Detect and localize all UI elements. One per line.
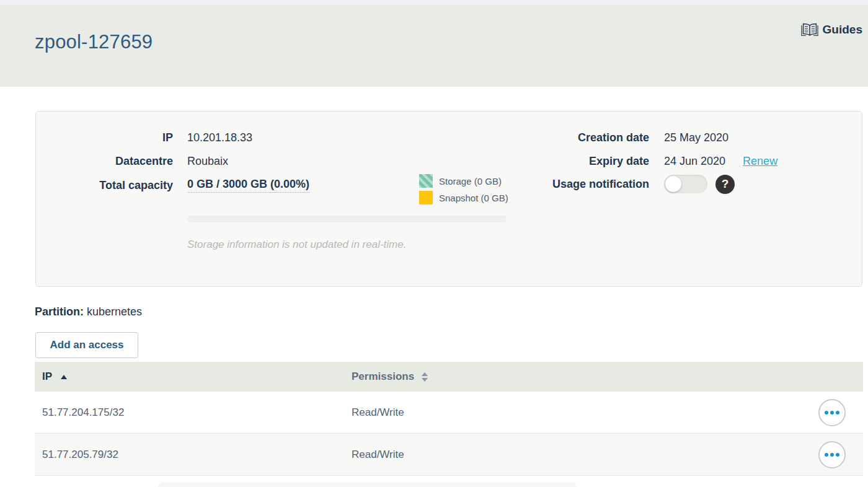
access-table-header: IP Permissions (35, 362, 863, 392)
table-row: 51.77.205.79/32 Read/Write (35, 434, 863, 476)
usage-notification-label: Usage notification (470, 178, 649, 191)
app-header: zpool-127659 Guides (0, 5, 868, 87)
page-title: zpool-127659 (35, 31, 153, 53)
toggle-knob (665, 176, 681, 192)
field-creation-date: Creation date 25 May 2020 (470, 130, 728, 145)
row-actions-menu-button[interactable] (818, 441, 846, 468)
guides-link[interactable]: Guides (801, 22, 862, 37)
field-datacentre: Datacentre Roubaix (36, 154, 228, 169)
ellipsis-icon (825, 411, 828, 415)
permissions-column-label: Permissions (352, 371, 414, 383)
add-access-button[interactable]: Add an access (35, 332, 138, 358)
snapshot-swatch-icon (419, 191, 433, 204)
total-capacity-value[interactable]: 0 GB / 3000 GB (0.00%) (187, 178, 309, 193)
row-actions-menu-button[interactable] (818, 399, 846, 426)
field-total-capacity: Total capacity 0 GB / 3000 GB (0.00%) (36, 178, 309, 193)
field-expiry-date: Expiry date 24 Jun 2020 Renew (470, 154, 777, 169)
storage-disclaimer: Storage information is not updated in re… (187, 239, 406, 251)
row-permissions-value: Read/Write (352, 406, 404, 419)
sort-asc-icon (61, 375, 67, 379)
datacentre-value: Roubaix (187, 155, 228, 168)
column-header-ip[interactable]: IP (35, 371, 352, 383)
help-icon[interactable]: ? (715, 175, 735, 194)
field-usage-notification: Usage notification ? (470, 174, 735, 194)
ellipsis-icon (825, 453, 828, 457)
ip-value: 10.201.18.33 (187, 131, 252, 144)
guides-label: Guides (823, 23, 862, 37)
expiry-date-value: 24 Jun 2020 (664, 155, 725, 168)
creation-date-value: 25 May 2020 (664, 131, 728, 144)
page: zpool-127659 Guides IP 10.201.18.33 Data… (0, 0, 868, 487)
ip-column-label: IP (42, 371, 52, 383)
partition-label: Partition: (35, 305, 84, 318)
creation-date-label: Creation date (470, 131, 649, 144)
usage-notification-toggle[interactable] (664, 175, 707, 193)
partition-value: kubernetes (87, 305, 142, 318)
top-strip (0, 0, 868, 5)
datacentre-label: Datacentre (36, 155, 173, 168)
field-ip: IP 10.201.18.33 (36, 130, 252, 145)
bottom-panel-hint (158, 482, 577, 487)
snapshot-legend-label: Snapshot (0 GB) (439, 193, 508, 203)
ip-label: IP (36, 131, 173, 144)
row-ip-value: 51.77.205.79/32 (35, 449, 352, 461)
guides-book-icon (801, 22, 818, 37)
renew-link[interactable]: Renew (743, 155, 777, 168)
storage-swatch-icon (419, 174, 433, 188)
partition-line: Partition: kubernetes (35, 305, 142, 318)
service-info-card: IP 10.201.18.33 Datacentre Roubaix Total… (35, 111, 862, 287)
row-ip-value: 51.77.204.175/32 (35, 406, 352, 419)
total-capacity-label: Total capacity (36, 179, 173, 192)
sort-both-icon (422, 372, 428, 382)
capacity-progress-bar (187, 216, 507, 222)
table-row: 51.77.204.175/32 Read/Write (35, 392, 863, 434)
expiry-date-label: Expiry date (470, 155, 649, 168)
access-table: IP Permissions 51.77.204.175/32 Read/Wri… (35, 362, 863, 476)
column-header-permissions[interactable]: Permissions (352, 371, 428, 383)
row-permissions-value: Read/Write (352, 449, 404, 461)
